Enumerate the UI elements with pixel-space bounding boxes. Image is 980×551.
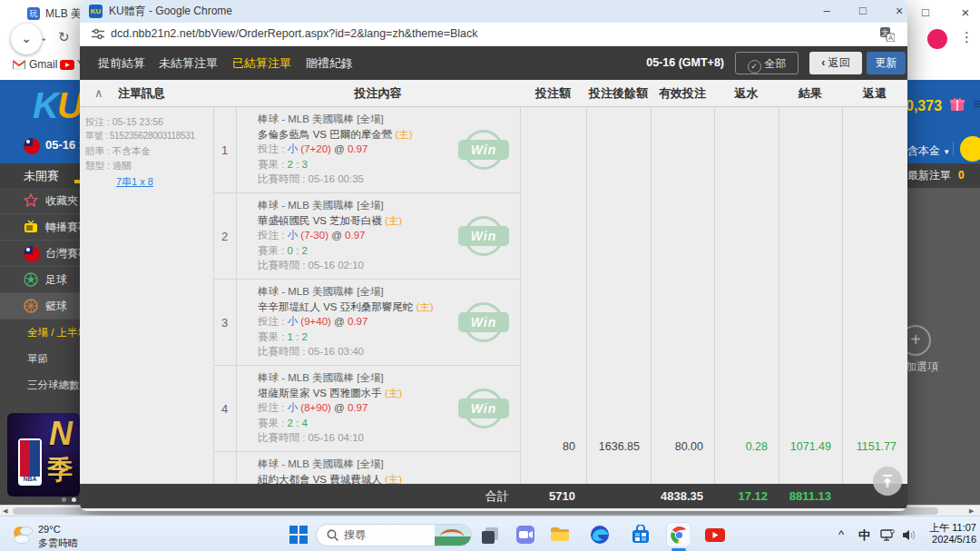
add-option-widget[interactable]: + 添加選項 [907, 325, 980, 383]
kebab-menu-icon[interactable]: ⋮ [960, 29, 974, 45]
tv-icon [24, 220, 38, 234]
tab-settled[interactable]: 已結算注單 [232, 46, 291, 80]
leg-teams: 堪薩斯皇家 VS 西雅圖水手 [258, 388, 382, 398]
clock-date: 2024/5/16 [916, 534, 976, 546]
tab-unsettled[interactable]: 未結算注單 [159, 46, 218, 80]
sidebar-sub-threepoint[interactable]: 三分球總數 [0, 372, 80, 398]
youtube-icon[interactable] [60, 60, 74, 70]
carousel-dot-active[interactable] [72, 497, 76, 502]
search-highlight-image[interactable] [435, 525, 471, 546]
youtube-taskbar-icon[interactable] [705, 528, 725, 542]
ticket-bet-amount: 80 [520, 438, 586, 455]
background-tab-title[interactable]: MLB 美 [45, 6, 82, 22]
tab-search-button[interactable]: ⌄ [11, 24, 42, 54]
leg-league: 棒球 - MLB 美國職棒 [全場] [258, 198, 520, 213]
weather-desc[interactable]: 多雲時晴 [38, 536, 78, 550]
sidebar-sub-quarter[interactable]: 單節 [0, 346, 80, 372]
gmail-icon[interactable] [13, 60, 25, 70]
filter-all-button[interactable]: ✓全部 [735, 52, 799, 74]
sidebar-item-favorites[interactable]: 收藏夾 [0, 188, 80, 214]
tab-not-started[interactable]: 未開賽 [24, 163, 59, 188]
scroll-to-top-button[interactable] [873, 467, 902, 496]
search-placeholder: 搜尋 [344, 525, 366, 546]
sidebar-item-basketball[interactable]: 籃球 [0, 293, 80, 320]
url-bar[interactable]: dcd.nbb21n2.net/bbView/OrderReport.aspx?… [80, 23, 907, 46]
profile-avatar[interactable] [927, 29, 947, 49]
order-report-window: KU KU體育 - Google Chrome – □ × dcd.nbb21n… [80, 0, 907, 511]
sidebar-sub-fullhalf[interactable]: 全場 / 上半場 [0, 320, 80, 346]
weather-icon[interactable] [11, 523, 34, 545]
menu-icon[interactable]: ≡ [973, 96, 980, 113]
close-button[interactable]: × [883, 0, 907, 23]
sidebar-item-taiwan[interactable]: 台灣賽事 [0, 241, 80, 267]
home-tag: (主) [416, 301, 433, 312]
leg-number [213, 452, 236, 484]
edge-icon[interactable] [590, 525, 610, 545]
nba-ad-banner[interactable]: N 季 NBA [7, 413, 80, 497]
total-bet: 5710 [520, 484, 586, 508]
chat-icon[interactable] [515, 525, 535, 545]
minimize-button[interactable]: – [810, 0, 843, 23]
sidebar-item-soccer[interactable]: 足球 [0, 267, 80, 293]
taiwan-flag-icon [24, 138, 40, 154]
carousel-dot[interactable] [62, 497, 66, 502]
tab-early-settle[interactable]: 提前結算 [98, 46, 145, 80]
check-circle-icon: ✓ [748, 60, 761, 74]
col-header-result: 結果 [779, 80, 842, 106]
parlay-link[interactable]: 7串1 x 8 [116, 175, 153, 189]
dropdown-icon: ▼ [943, 148, 950, 156]
ticket-payout: 1151.77 [842, 438, 907, 455]
ime-indicator[interactable]: 中 [858, 527, 870, 544]
search-box[interactable]: 搜尋 [316, 524, 472, 546]
col-header-content: 投注內容 [236, 80, 520, 106]
reload-icon[interactable]: ↻ [58, 29, 70, 45]
leg-number: 2 [213, 193, 236, 279]
site-info-icon[interactable] [92, 28, 104, 40]
tab-gift-record[interactable]: 贈禮紀錄 [306, 46, 353, 80]
leg-number: 4 [213, 366, 236, 451]
col-header-bet: 投注額 [520, 80, 586, 106]
bg-restore-button[interactable]: □ [909, 2, 942, 25]
back-button[interactable]: ‹ 返回 [809, 52, 862, 74]
sidebar-item-live[interactable]: 轉播賽事 [0, 214, 80, 241]
store-icon[interactable] [631, 525, 651, 545]
leg-time-line: 比賽時間 : 05-16 03:40 [258, 344, 520, 359]
bet-time: 投注 : 05-15 23:56 [85, 114, 212, 129]
ad-text-line1: N [49, 415, 73, 453]
weather-temp[interactable]: 29°C [38, 524, 61, 535]
task-view-icon[interactable] [481, 526, 499, 545]
arrow-up-icon [881, 475, 894, 487]
collapse-chevron-icon[interactable]: ∧ [94, 80, 103, 106]
home-tag: (主) [385, 474, 402, 484]
leg-teams: 華盛頓國民 VS 芝加哥白襪 [258, 215, 382, 226]
update-button[interactable]: 更新 [867, 52, 906, 74]
bg-close-button[interactable]: × [949, 2, 980, 25]
ticket-rebate: 0.28 [714, 438, 779, 455]
maximize-button[interactable]: □ [847, 0, 879, 23]
bet-slip-button[interactable] [960, 136, 980, 162]
ticket-result: 1071.49 [779, 438, 842, 455]
soccer-icon [24, 272, 38, 287]
file-explorer-icon[interactable] [550, 525, 570, 545]
latest-bets-count: 0 [958, 169, 965, 182]
gift-icon[interactable] [949, 96, 965, 113]
chrome-icon[interactable] [670, 526, 689, 545]
translate-icon[interactable]: 文A [880, 27, 895, 42]
report-date: 05-16 (GMT+8) [617, 46, 724, 80]
background-tab-favicon: 玩 [27, 7, 40, 20]
url-text[interactable]: dcd.nbb21n2.net/bbView/OrderReport.aspx?… [111, 23, 478, 45]
speaker-icon[interactable] [902, 529, 916, 541]
window-titlebar[interactable]: KU KU體育 - Google Chrome – □ × [80, 0, 907, 23]
bookmark-gmail[interactable]: Gmail [29, 58, 57, 71]
clock-time: 上午 11:07 [916, 522, 976, 534]
chevron-left-icon: ‹ [821, 56, 825, 69]
start-button[interactable] [289, 525, 309, 545]
nba-logo: NBA [18, 438, 42, 486]
ad-text-line2: 季 [47, 453, 73, 487]
taskbar-clock[interactable]: 上午 11:07 2024/5/16 [916, 522, 976, 546]
wallet-dropdown[interactable]: 含本金 ▼ [907, 143, 950, 159]
leg-list: 1 棒球 - MLB 美國職棒 [全場] 多倫多藍鳥 VS 巴爾的摩金鶯 (主)… [213, 107, 520, 484]
tray-chevron-icon[interactable]: ^ [838, 527, 844, 541]
network-icon[interactable] [880, 529, 895, 541]
bet-leg-3: 3 棒球 - MLB 美國職棒 [全場] 辛辛那堤紅人 VS 亞利桑那響尾蛇 (… [213, 280, 520, 366]
